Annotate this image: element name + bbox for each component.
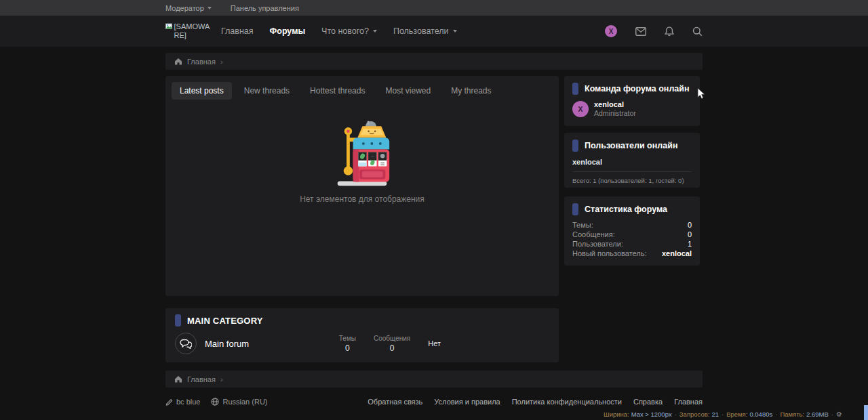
debug-memory: Память: 2.69MB: [780, 411, 836, 418]
stat-label: Новый пользователь:: [572, 249, 647, 258]
chevron-down-icon: [453, 30, 457, 33]
main-nav: Главная Форумы Что нового? Пользователи: [221, 26, 457, 36]
site-header: [SAMOWARE] Главная Форумы Что нового? По…: [0, 16, 868, 47]
empty-state: Нет элементов для отображения: [165, 113, 559, 204]
empty-state-message: Нет элементов для отображения: [165, 194, 559, 204]
forum-threads-stat: Темы 0: [339, 335, 356, 353]
nav-forums[interactable]: Форумы: [270, 26, 305, 36]
staff-user-name[interactable]: xenlocal: [594, 100, 636, 109]
language-chooser[interactable]: Russian (RU): [211, 398, 267, 406]
divider: [572, 171, 692, 172]
moderator-menu-label: Модератор: [165, 4, 204, 12]
forum-stats-title: Статистика форума: [585, 205, 667, 214]
gear-icon[interactable]: ⚙: [836, 411, 842, 418]
bell-icon[interactable]: [665, 26, 674, 37]
nav-members[interactable]: Пользователи: [393, 26, 457, 36]
nav-whats-new[interactable]: Что нового?: [321, 26, 377, 36]
control-panel-label: Панель управления: [231, 4, 299, 12]
breadcrumb-separator: [220, 58, 223, 66]
threads-label: Темы: [339, 335, 356, 342]
newest-member-link[interactable]: xenlocal: [662, 249, 692, 258]
messages-value: 0: [374, 343, 410, 353]
nav-whats-new-label: Что нового?: [321, 26, 369, 36]
stat-value: 0: [688, 220, 692, 230]
debug-queries: Запросов: 21: [679, 411, 726, 418]
forum-icon-circle: [175, 333, 197, 354]
stat-label: Пользователи:: [572, 239, 623, 249]
debug-memory-label: Память:: [780, 411, 804, 418]
search-icon[interactable]: [692, 26, 703, 37]
slot-machine-illustration: [330, 113, 395, 188]
breadcrumb-separator: [220, 375, 223, 383]
debug-time-label: Время:: [726, 411, 747, 418]
tab-my-threads[interactable]: My threads: [443, 82, 499, 100]
stat-value: 0: [688, 230, 692, 239]
debug-queries-label: Запросов:: [679, 411, 710, 418]
debug-queries-value[interactable]: 21: [711, 411, 719, 418]
online-user-link[interactable]: xenlocal: [572, 158, 692, 166]
globe-icon: [211, 398, 219, 406]
footer-link-privacy[interactable]: Политика конфиденциальности: [512, 398, 622, 406]
staff-online-title: Команда форума онлайн: [585, 84, 690, 93]
stat-label: Темы:: [572, 220, 593, 230]
category-title[interactable]: MAIN CATEGORY: [187, 316, 263, 326]
scrollbar-thumb[interactable]: [864, 405, 868, 420]
chevron-down-icon: [373, 30, 377, 33]
tab-hottest-threads[interactable]: Hottest threads: [302, 82, 373, 100]
latest-posts-panel: Latest posts New threads Hottest threads…: [165, 76, 559, 296]
debug-bar: Ширина: Max > 1200px Запросов: 21 Время:…: [604, 411, 842, 418]
debug-memory-value: 2.69MB: [806, 411, 829, 418]
staff-avatar[interactable]: X: [572, 101, 589, 117]
envelope-icon[interactable]: [635, 27, 646, 36]
footer-link-home[interactable]: Главная: [674, 398, 703, 406]
chat-bubbles-icon: [180, 339, 192, 349]
forum-stats: Темы 0 Сообщения 0 Нет: [339, 335, 441, 353]
footer-link-terms[interactable]: Условия и правила: [434, 398, 500, 406]
footer-link-help[interactable]: Справка: [633, 398, 663, 406]
user-avatar[interactable]: X: [605, 25, 617, 37]
staff-member-row[interactable]: X xenlocal Administrator: [572, 100, 692, 117]
forum-page: Модератор Панель управления [SAMOWARE] Г…: [0, 0, 868, 420]
language-name: Russian (RU): [222, 398, 267, 406]
stat-label: Сообщения:: [572, 230, 615, 239]
debug-width-label: Ширина:: [604, 411, 629, 418]
forum-stats-block: Статистика форума Темы: 0 Сообщения: 0 П…: [564, 196, 700, 266]
staff-user-role: Administrator: [594, 109, 636, 117]
site-logo[interactable]: [SAMOWARE]: [165, 22, 210, 39]
footer: bc blue Russian (RU) Обратная связь Усло…: [165, 398, 703, 406]
breadcrumb: Главная: [165, 53, 703, 70]
debug-time-value: 0.0480s: [749, 411, 772, 418]
nav-home[interactable]: Главная: [221, 26, 254, 36]
online-totals: Всего: 1 (пользователей: 1, гостей: 0): [572, 177, 692, 184]
tab-latest-posts[interactable]: Latest posts: [172, 82, 232, 100]
breadcrumb-home-link[interactable]: Главная: [187, 58, 216, 66]
forum-row[interactable]: Main forum Темы 0 Сообщения 0 Нет: [175, 333, 549, 354]
style-chooser[interactable]: bc blue: [165, 398, 200, 406]
stat-row-newest-member: Новый пользователь: xenlocal: [572, 249, 692, 258]
moderator-menu[interactable]: Модератор: [165, 4, 212, 12]
site-logo-alt-text: [SAMOWARE]: [174, 22, 210, 39]
forum-link[interactable]: Main forum: [205, 339, 249, 349]
header-icons: X: [605, 25, 703, 37]
stat-row-threads: Темы: 0: [572, 220, 692, 230]
paintbrush-icon: [165, 398, 173, 406]
tab-new-threads[interactable]: New threads: [236, 82, 298, 100]
footer-link-contact[interactable]: Обратная связь: [368, 398, 422, 406]
home-icon: [174, 58, 182, 65]
mouse-cursor: [697, 87, 705, 100]
users-online-block: Пользователи онлайн xenlocal Всего: 1 (п…: [564, 133, 700, 188]
sidebar: Команда форума онлайн X xenlocal Adminis…: [564, 76, 700, 296]
debug-width-value: Max > 1200px: [631, 411, 672, 418]
users-online-title: Пользователи онлайн: [585, 141, 677, 150]
control-panel-link[interactable]: Панель управления: [231, 4, 299, 12]
main-category-card: MAIN CATEGORY Main forum Темы 0 Со: [165, 308, 559, 362]
staff-online-block: Команда форума онлайн X xenlocal Adminis…: [564, 76, 700, 126]
home-icon: [174, 375, 182, 383]
stat-value: 1: [688, 239, 692, 249]
last-post-value: Нет: [428, 339, 441, 348]
tab-most-viewed[interactable]: Most viewed: [377, 82, 439, 100]
breadcrumb-home-link[interactable]: Главная: [187, 375, 216, 383]
nav-home-label: Главная: [221, 26, 254, 36]
stat-row-members: Пользователи: 1: [572, 239, 692, 249]
nav-members-label: Пользователи: [393, 26, 449, 36]
